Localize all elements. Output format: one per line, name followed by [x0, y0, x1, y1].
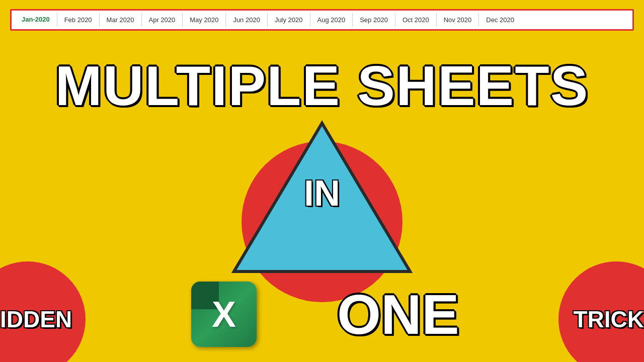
tab-nov-2020[interactable]: Nov 2020	[437, 13, 479, 27]
blue-triangle-svg	[231, 118, 413, 274]
tab-dec-2020[interactable]: Dec 2020	[479, 13, 521, 27]
excel-letter: X	[212, 294, 236, 335]
tricks-label: TRICKS	[573, 306, 644, 333]
main-title: MULTIPLE SHEETS	[55, 58, 589, 114]
svg-marker-0	[234, 123, 410, 272]
tab-apr-2020[interactable]: Apr 2020	[142, 13, 183, 27]
tab-mar-2020[interactable]: Mar 2020	[100, 13, 142, 27]
one-label: ONE	[337, 282, 459, 347]
tab-feb-2020[interactable]: Feb 2020	[57, 13, 100, 27]
tab-jan-2020[interactable]: Jan-2020	[15, 13, 57, 27]
tab-aug-2020[interactable]: Aug 2020	[310, 13, 353, 27]
tab-sep-2020[interactable]: Sep 2020	[353, 13, 395, 27]
hidden-badge: HIDDEN	[0, 261, 86, 362]
tab-july-2020[interactable]: July 2020	[268, 13, 310, 27]
excel-icon: X	[191, 282, 257, 347]
excel-icon-background: X	[191, 282, 257, 347]
triangle-container: IN	[231, 118, 413, 276]
tab-oct-2020[interactable]: Oct 2020	[395, 13, 437, 27]
tab-jun-2020[interactable]: Jun 2020	[226, 13, 268, 27]
tricks-badge: TRICKS	[558, 261, 644, 362]
tab-may-2020[interactable]: May 2020	[183, 13, 226, 27]
spreadsheet-tab-bar: Jan-2020 Feb 2020 Mar 2020 Apr 2020 May …	[10, 9, 634, 31]
hidden-label: HIDDEN	[0, 306, 72, 333]
